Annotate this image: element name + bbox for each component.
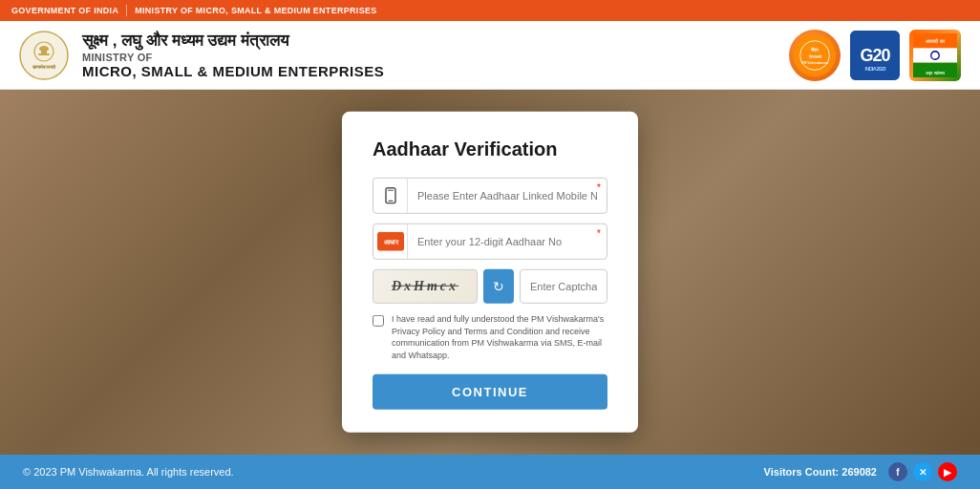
aadhaar-required: *	[597, 228, 601, 239]
svg-text:INDIA 2023: INDIA 2023	[864, 66, 886, 72]
header-right: पीएम विश्वकर्मा PM Vishwakarma G20 INDIA…	[789, 30, 961, 81]
footer: © 2023 PM Vishwakarma. All rights reserv…	[0, 455, 980, 489]
modal-title: Aadhaar Verification	[373, 138, 607, 160]
phone-icon	[373, 179, 408, 213]
captcha-row: DxHmcx ↻	[373, 269, 607, 304]
svg-text:PM Vishwakarma: PM Vishwakarma	[801, 61, 828, 65]
social-icons: f ✕ ▶	[888, 462, 957, 481]
svg-rect-6	[38, 53, 50, 55]
aadhaar-input-group: आधार *	[373, 223, 607, 260]
header: सत्यमेव जयते सूक्ष्म , लघु और मध्यम उद्य…	[0, 21, 980, 90]
main-content: Aadhaar Verification * आधार *	[0, 90, 980, 455]
svg-text:पीएम: पीएम	[810, 46, 819, 52]
svg-text:आजादी का: आजादी का	[926, 38, 945, 44]
aadhaar-verification-modal: Aadhaar Verification * आधार *	[342, 112, 638, 433]
mobile-input[interactable]	[408, 182, 607, 209]
mobile-input-group: *	[373, 178, 607, 214]
captcha-input[interactable]	[521, 273, 607, 300]
aadhaar-input[interactable]	[408, 228, 607, 255]
g20-badge: G20 INDIA 2023	[850, 31, 900, 80]
header-dept: MICRO, SMALL & MEDIUM ENTERPRISES	[82, 63, 384, 79]
aadhaar-icon: आधार	[373, 224, 408, 259]
captcha-image: DxHmcx	[373, 269, 478, 304]
captcha-refresh-button[interactable]: ↻	[483, 269, 514, 304]
footer-copyright: © 2023 PM Vishwakarma. All rights reserv…	[23, 466, 234, 478]
twitter-icon[interactable]: ✕	[913, 462, 932, 481]
ministry-label: MINISTRY OF MICRO, SMALL & MEDIUM ENTERP…	[135, 6, 376, 15]
header-hindi-title: सूक्ष्म , लघु और मध्यम उद्यम मंत्रालय	[82, 31, 384, 52]
svg-rect-23	[388, 190, 394, 191]
govt-emblem: सत्यमेव जयते	[19, 31, 69, 80]
refresh-icon: ↻	[493, 279, 504, 294]
svg-text:सत्यमेव जयते: सत्यमेव जयते	[32, 64, 56, 70]
facebook-icon[interactable]: f	[888, 462, 907, 481]
svg-text:विश्वकर्मा: विश्वकर्मा	[808, 53, 822, 58]
footer-visitors: Visitors Count: 269082	[764, 466, 877, 478]
visitors-count: 269082	[842, 466, 877, 478]
header-title-block: सूक्ष्म , लघु और मध्यम उद्यम मंत्रालय MI…	[82, 31, 384, 79]
svg-rect-16	[913, 48, 957, 62]
captcha-input-group	[520, 269, 607, 304]
top-bar-divider	[126, 5, 127, 16]
continue-button[interactable]: CONTINUE	[373, 374, 607, 410]
azadi-badge: आजादी का अमृत महोत्सव	[909, 30, 961, 81]
gov-label: GOVERNMENT OF INDIA	[11, 6, 118, 15]
footer-right: Visitors Count: 269082 f ✕ ▶	[764, 462, 957, 481]
terms-label: I have read and fully understood the PM …	[392, 313, 607, 361]
terms-checkbox[interactable]	[373, 315, 384, 327]
header-ministry: MINISTRY OF	[82, 52, 384, 63]
youtube-icon[interactable]: ▶	[938, 462, 957, 481]
top-bar: GOVERNMENT OF INDIA MINISTRY OF MICRO, S…	[0, 0, 980, 21]
header-left: सत्यमेव जयते सूक्ष्म , लघु और मध्यम उद्य…	[19, 31, 384, 80]
pm-vishwakarma-logo: पीएम विश्वकर्मा PM Vishwakarma	[789, 30, 841, 81]
visitors-label: Visitors Count:	[764, 466, 840, 478]
captcha-text: DxHmcx	[392, 279, 458, 294]
svg-text:G20: G20	[860, 46, 890, 65]
svg-text:आधार: आधार	[383, 239, 398, 245]
mobile-required: *	[597, 182, 601, 193]
terms-checkbox-row: I have read and fully understood the PM …	[373, 313, 607, 361]
